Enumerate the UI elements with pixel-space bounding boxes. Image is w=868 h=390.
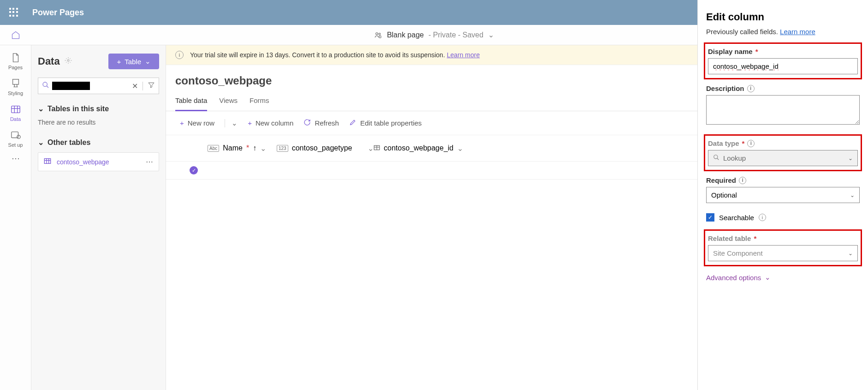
required-label: Required i [706,176,860,184]
clear-icon[interactable]: ✕ [127,82,143,90]
search-input[interactable] [52,82,90,90]
svg-rect-13 [44,158,50,163]
chevron-down-icon: ⌄ [848,155,853,162]
searchable-label: Searchable [719,214,754,222]
plus-icon: + [117,58,121,66]
nav-more-icon[interactable]: ⋯ [12,153,20,163]
data-type-select: Lookup ⌄ [708,150,858,166]
chevron-down-icon: ⌄ [457,144,463,153]
sort-asc-icon: ↑ [253,144,256,152]
new-column-button[interactable]: + New column [248,119,293,127]
check-icon[interactable]: ✓ [190,166,198,174]
svg-point-1 [379,33,380,35]
data-type-label: Data type* i [708,139,858,147]
home-button[interactable] [0,25,31,45]
chevron-down-icon: ⌄ [848,250,853,257]
related-table-select[interactable]: Site Component ⌄ [708,245,858,261]
app-title: Power Pages [32,8,84,18]
info-icon: i [175,51,184,59]
nav-styling[interactable]: Styling [2,76,30,99]
text-type-icon: Abc [208,145,219,152]
sidebar-title: Data [38,55,60,67]
number-type-icon: 123 [277,145,288,152]
svg-rect-2 [379,36,381,38]
column-webpage-id[interactable]: contoso_webpage_id ⌄ [374,144,470,153]
tab-views[interactable]: Views [219,93,238,111]
nav-pages[interactable]: Pages [2,50,30,73]
banner-link[interactable]: Learn more [447,51,480,59]
tab-forms[interactable]: Forms [250,93,269,111]
info-icon[interactable]: i [747,140,755,147]
info-icon[interactable]: i [739,177,746,184]
chevron-down-icon: ⌄ [850,192,855,198]
more-icon[interactable]: ⋯ [146,157,153,166]
description-input[interactable] [706,95,860,125]
lookup-type-icon [374,144,380,152]
chevron-down-icon: ⌄ [765,273,771,282]
plus-icon: + [248,119,252,127]
edit-table-props-button[interactable]: Edit table properties [349,119,422,127]
nav-setup[interactable]: Set up [2,127,30,150]
display-name-label: Display name* [708,48,858,55]
related-table-label: Related table* [708,234,858,242]
app-launcher-icon[interactable] [9,8,18,17]
filter-icon[interactable] [143,81,155,90]
search-box[interactable]: ✕ [38,78,159,94]
chevron-down-icon[interactable]: ⌄ [488,30,494,39]
table-item-label: contoso_webpage [57,158,140,166]
gear-icon[interactable] [65,57,72,66]
display-name-input[interactable] [708,58,858,74]
tab-table-data[interactable]: Table data [175,93,207,111]
svg-point-11 [43,82,47,86]
refresh-icon [303,119,311,127]
chevron-down-icon: ⌄ [38,104,44,113]
left-nav: Pages Styling Data Set up ⋯ [0,45,31,390]
search-icon [42,81,49,90]
table-icon [44,158,51,166]
info-icon[interactable]: i [759,214,766,221]
svg-line-12 [47,86,48,88]
column-pagetype[interactable]: 123 contoso_pagetype ⌄ [277,144,374,153]
edit-column-panel: Edit column Previously called fields. Le… [697,0,868,390]
required-select[interactable]: Optional ⌄ [706,187,860,203]
learn-more-link[interactable]: Learn more [780,28,815,36]
new-row-button[interactable]: + New row [180,119,214,127]
no-results-text: There are no results [38,119,159,126]
svg-point-20 [714,155,718,159]
chevron-down-icon: ⌄ [368,144,374,153]
searchable-checkbox[interactable]: ✓ [706,213,714,222]
svg-point-10 [67,60,69,61]
chevron-down-icon[interactable]: ⌄ [225,119,238,127]
column-name[interactable]: Abc Name* ↑ ⌄ [208,144,277,153]
section-tables-in-site[interactable]: ⌄ Tables in this site [38,104,159,113]
chevron-down-icon: ⌄ [145,57,151,66]
panel-title: Edit column [706,11,860,23]
plus-icon: + [180,119,184,127]
pencil-icon [349,119,357,127]
description-label: Description i [706,84,860,92]
refresh-button[interactable]: Refresh [303,119,339,127]
advanced-options-toggle[interactable]: Advanced options ⌄ [706,273,860,282]
svg-point-0 [376,32,378,35]
new-table-button[interactable]: + Table ⌄ [108,54,159,69]
chevron-down-icon: ⌄ [260,144,266,153]
svg-rect-4 [11,106,19,113]
people-icon [374,31,382,39]
page-status: - Private - Saved [428,31,483,39]
table-item-contoso-webpage[interactable]: contoso_webpage ⋯ [38,152,159,171]
info-icon[interactable]: i [747,85,755,92]
svg-line-21 [717,158,719,160]
panel-subtitle: Previously called fields. Learn more [706,28,860,36]
nav-data[interactable]: Data [2,102,30,125]
svg-point-9 [17,135,20,138]
sidebar: Data + Table ⌄ ✕ ⌄ Tables in [31,45,166,390]
search-icon [713,154,719,162]
section-other-tables[interactable]: ⌄ Other tables [38,138,159,147]
chevron-down-icon: ⌄ [38,138,44,147]
svg-rect-3 [12,79,18,84]
page-name: Blank page [387,31,424,39]
